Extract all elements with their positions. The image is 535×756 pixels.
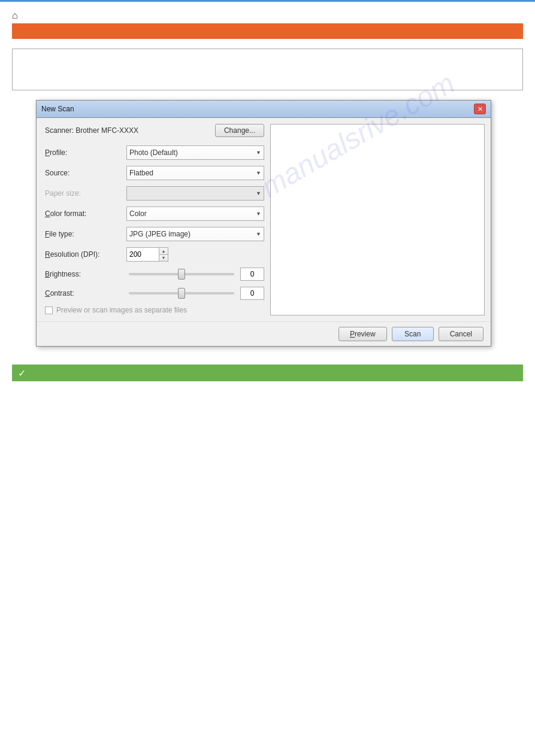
source-dropdown[interactable]: Flatbed ▼ bbox=[126, 166, 264, 180]
dialog-body: Scanner: Brother MFC-XXXX Change... Prof… bbox=[37, 118, 491, 321]
preview-area bbox=[270, 124, 485, 315]
profile-dropdown-arrow: ▼ bbox=[256, 150, 261, 156]
color-format-dropdown-arrow: ▼ bbox=[256, 211, 261, 217]
profile-dropdown[interactable]: Photo (Default) ▼ bbox=[126, 145, 264, 160]
home-icon-row: ⌂ bbox=[0, 7, 535, 23]
preview-button[interactable]: Preview bbox=[338, 327, 387, 341]
brightness-slider-thumb[interactable] bbox=[178, 269, 185, 280]
checkmark-icon: ✓ bbox=[18, 368, 26, 379]
file-type-row: File type: JPG (JPEG image) ▼ bbox=[43, 227, 264, 241]
source-dropdown-arrow: ▼ bbox=[256, 170, 261, 176]
resolution-up-button[interactable]: ▲ bbox=[159, 248, 168, 255]
source-label: Source: bbox=[43, 169, 126, 177]
paper-size-label: Paper size: bbox=[43, 189, 126, 198]
dialog-footer: Preview Scan Cancel bbox=[37, 321, 491, 346]
color-format-dropdown[interactable]: Color ▼ bbox=[126, 207, 264, 221]
info-box bbox=[12, 48, 523, 90]
separate-files-checkbox[interactable] bbox=[45, 306, 53, 314]
brightness-slider-track[interactable] bbox=[129, 273, 234, 275]
separate-files-row: Preview or scan images as separate files bbox=[43, 306, 264, 314]
dialog-titlebar: New Scan ✕ bbox=[37, 101, 491, 118]
contrast-slider-track[interactable] bbox=[129, 292, 234, 294]
dialog-area: manualsrive.com New Scan ✕ Scanner: Brot… bbox=[36, 100, 499, 347]
dialog-close-button[interactable]: ✕ bbox=[474, 104, 486, 114]
home-icon[interactable]: ⌂ bbox=[12, 10, 18, 20]
resolution-row: Resolution (DPI): 200 ▲ ▼ bbox=[43, 247, 264, 262]
separate-files-label: Preview or scan images as separate files bbox=[56, 306, 187, 314]
scanner-row: Scanner: Brother MFC-XXXX Change... bbox=[45, 124, 264, 137]
resolution-input[interactable]: 200 bbox=[126, 247, 159, 262]
dialog-left-panel: Scanner: Brother MFC-XXXX Change... Prof… bbox=[43, 124, 264, 315]
resolution-spinner: ▲ ▼ bbox=[159, 247, 168, 262]
brightness-value: 0 bbox=[240, 268, 264, 281]
source-row: Source: Flatbed ▼ bbox=[43, 166, 264, 180]
color-format-label: Color format: bbox=[43, 210, 126, 218]
section-bar bbox=[12, 23, 523, 39]
brightness-label: Brightness: bbox=[43, 270, 126, 278]
dialog-title: New Scan bbox=[41, 105, 74, 113]
cancel-button[interactable]: Cancel bbox=[439, 327, 483, 341]
paper-size-dropdown[interactable]: ▼ bbox=[126, 186, 264, 201]
resolution-value: 200 bbox=[129, 250, 141, 259]
color-format-row: Color format: Color ▼ bbox=[43, 207, 264, 221]
scan-button[interactable]: Scan bbox=[392, 327, 434, 341]
resolution-down-button[interactable]: ▼ bbox=[159, 255, 168, 262]
file-type-dropdown-arrow: ▼ bbox=[256, 231, 261, 237]
contrast-label: Contrast: bbox=[43, 289, 126, 297]
top-divider bbox=[0, 0, 535, 2]
profile-row: Profile: Photo (Default) ▼ bbox=[43, 145, 264, 160]
profile-value: Photo (Default) bbox=[129, 148, 178, 157]
profile-label: Profile: bbox=[43, 148, 126, 157]
file-type-dropdown[interactable]: JPG (JPEG image) ▼ bbox=[126, 227, 264, 241]
contrast-value: 0 bbox=[240, 287, 264, 300]
resolution-label: Resolution (DPI): bbox=[43, 250, 126, 259]
source-value: Flatbed bbox=[129, 169, 153, 177]
paper-size-dropdown-arrow: ▼ bbox=[256, 190, 261, 196]
change-button[interactable]: Change... bbox=[215, 124, 264, 137]
bottom-bar: ✓ bbox=[12, 365, 523, 381]
color-format-value: Color bbox=[129, 210, 147, 218]
file-type-value: JPG (JPEG image) bbox=[129, 230, 191, 238]
brightness-row: Brightness: 0 bbox=[43, 268, 264, 281]
new-scan-dialog: manualsrive.com New Scan ✕ Scanner: Brot… bbox=[36, 100, 491, 347]
contrast-slider-thumb[interactable] bbox=[178, 288, 185, 299]
paper-size-row: Paper size: ▼ bbox=[43, 186, 264, 201]
file-type-label: File type: bbox=[43, 230, 126, 238]
scanner-label: Scanner: Brother MFC-XXXX bbox=[45, 126, 138, 135]
contrast-row: Contrast: 0 bbox=[43, 287, 264, 300]
